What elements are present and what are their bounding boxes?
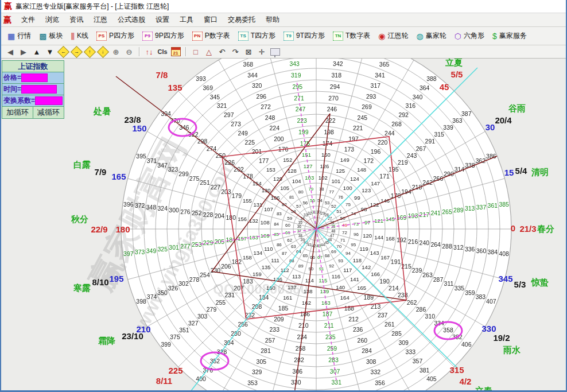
wheel-number: 272 — [261, 103, 271, 110]
pan-down-icon[interactable]: ▼ — [44, 46, 56, 57]
wheel-number: 113 — [292, 273, 301, 280]
cls-icon[interactable]: Cls — [157, 46, 168, 57]
price-input[interactable] — [21, 73, 48, 82]
wheel-number: 123 — [362, 187, 371, 193]
wheel-number: 339 — [443, 124, 453, 131]
wheel-number: 305 — [257, 358, 267, 365]
toolbar-9t-square-button[interactable]: T99T四方形 — [281, 29, 328, 42]
wheel-number: 269 — [362, 103, 372, 110]
wheel-number: 117 — [343, 267, 352, 273]
wheel-number: 77 — [329, 189, 334, 195]
toolbar-hexagon-button[interactable]: ⬡六角形 — [452, 29, 487, 42]
time-label: 时间= — [3, 84, 21, 94]
menu-0[interactable]: 文件 — [16, 13, 40, 26]
wheel-number: 369 — [203, 84, 213, 91]
toolbar-p-square-button[interactable]: PSP四方形 — [94, 29, 137, 42]
wheel-number: 254 — [200, 271, 210, 278]
gann-wheel-canvas[interactable]: 赢家财富网www.yingjia360.comQQ:10080036025262… — [1, 59, 567, 392]
presentation-icon[interactable] — [269, 46, 281, 57]
wheel-number: 204 — [215, 212, 225, 219]
menu-7[interactable]: 窗口 — [199, 13, 223, 26]
delete-box-icon[interactable]: ⊠ — [243, 46, 254, 57]
toolbar-sectors-button[interactable]: ▩板块 — [36, 29, 65, 42]
wheel-number: 72 — [342, 230, 347, 235]
wheel-number: 62 — [287, 238, 292, 243]
wheel-number: 84 — [274, 222, 279, 227]
rotate-cw-icon[interactable]: ↷ — [230, 46, 241, 57]
solar-term-label: 雨水 — [503, 345, 521, 355]
shift-right-icon[interactable]: → — [71, 46, 82, 57]
triangle-tool-icon[interactable]: △ — [203, 46, 215, 57]
toolbar-kline-button[interactable]: ⫼K线 — [68, 29, 91, 42]
wheel-number: 243 — [407, 152, 417, 159]
toolbar-gann-wheel-button[interactable]: ◉江恩轮 — [375, 29, 411, 42]
t9-badge-icon: T9 — [284, 32, 294, 41]
center-view-icon[interactable]: ✛ — [256, 46, 267, 57]
wheel-number: 288 — [442, 243, 452, 250]
angle-date-label: 22/9 — [91, 224, 107, 234]
toolbar-p-table-button[interactable]: PNP数字表 — [189, 29, 233, 42]
shift-up-icon[interactable]: ↑ — [84, 46, 95, 57]
menu-1[interactable]: 浏览 — [40, 13, 64, 26]
angle-date-label: 5/5 — [451, 69, 463, 79]
toolbar-t-square-button[interactable]: TST四方形 — [235, 29, 278, 42]
menu-5[interactable]: 设置 — [150, 13, 174, 26]
wheel-number: 131 — [253, 201, 262, 208]
zoom-out-icon[interactable]: ⊖ — [123, 46, 135, 57]
menu-2[interactable]: 资讯 — [64, 13, 88, 26]
price-time-toggle-icon[interactable]: ↑↓ — [143, 46, 155, 57]
wheel-number: 93 — [338, 258, 343, 263]
wheel-number: 396 — [123, 201, 134, 208]
menu-8[interactable]: 交易委托 — [223, 13, 261, 26]
wheel-number: 51 — [336, 209, 341, 214]
wheel-number: 237 — [378, 312, 388, 319]
pan-up-icon[interactable]: ▲ — [31, 46, 42, 57]
reduce-cycle-button[interactable]: 减循环 — [33, 107, 64, 118]
pn-badge-icon: PN — [192, 32, 203, 41]
time-input[interactable] — [21, 85, 57, 94]
blocks-icon: ▩ — [39, 32, 46, 40]
wheel-number: 388 — [426, 75, 437, 82]
add-cycle-button[interactable]: 加循环 — [2, 107, 33, 118]
wheel-number: 119 — [360, 246, 368, 252]
shift-down-icon[interactable]: ↓ — [97, 46, 108, 57]
menu-9[interactable]: 帮助 — [261, 13, 285, 26]
pan-left-icon[interactable]: ◀ — [5, 46, 16, 57]
rect-tool-icon[interactable]: □ — [190, 46, 201, 57]
toolbar-9p-square-button[interactable]: P99P四方形 — [139, 29, 187, 42]
wheel-number: 190 — [379, 278, 390, 285]
wheel-number: 327 — [188, 320, 199, 327]
solar-term-label: 秋分 — [71, 214, 88, 224]
solar-term-label: 清明 — [531, 167, 549, 177]
wheel-number: 193 — [408, 212, 418, 219]
menu-6[interactable]: 工具 — [174, 13, 199, 26]
toolbar-winner-wheel-button[interactable]: ◍赢家轮 — [414, 29, 449, 42]
toolbar-service-button[interactable]: $赢家服务 — [490, 29, 530, 42]
wheel-number: 52 — [331, 204, 336, 209]
shift-left-icon[interactable]: ← — [57, 46, 69, 57]
coefficient-input[interactable] — [35, 96, 63, 105]
wheel-number: 41 — [308, 243, 312, 247]
angle-date-label: 315 — [449, 365, 464, 375]
wheel-number: 292 — [398, 111, 409, 118]
angle-date-label: 0 — [511, 223, 515, 233]
wheel-number: 155 — [243, 197, 252, 204]
candlestick-icon: ⫼ — [71, 32, 74, 40]
pan-right-icon[interactable]: ▶ — [18, 46, 29, 57]
menu-4[interactable]: 公式选股 — [112, 13, 150, 26]
wheel-number: 343 — [289, 60, 300, 67]
chart-area[interactable]: 赢家财富网www.yingjia360.comQQ:10080036025262… — [1, 59, 566, 392]
zoom-in-icon[interactable]: ⊕ — [110, 46, 122, 57]
menu-3[interactable]: 江恩 — [88, 13, 112, 26]
angle-date-label: 150 — [132, 123, 146, 133]
toolbar-9p-square-label: 9P四方形 — [155, 31, 184, 41]
wheel-number: 104 — [292, 178, 301, 184]
calendar-icon[interactable]: 21 — [170, 46, 181, 57]
toolbar-quotes-button[interactable]: ▦行情 — [5, 29, 34, 42]
toolbar-9t-square-label: 9T四方形 — [296, 31, 325, 41]
wheel-number: 363 — [452, 117, 463, 124]
toolbar-t-table-button[interactable]: TNT数字表 — [330, 29, 373, 42]
angle-date-label: 45 — [440, 82, 449, 92]
wheel-number: 287 — [433, 276, 444, 283]
rotate-ccw-icon[interactable]: ↶ — [216, 46, 228, 57]
